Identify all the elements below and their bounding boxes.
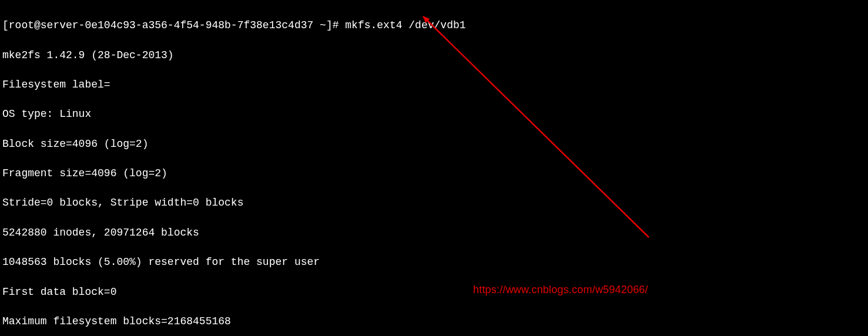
output-line: 1048563 blocks (5.00%) reserved for the … [2, 255, 866, 270]
terminal-output: [root@server-0e104c93-a356-4f54-948b-7f3… [2, 4, 866, 336]
prompt-line[interactable]: [root@server-0e104c93-a356-4f54-948b-7f3… [2, 18, 866, 33]
output-line: Filesystem label= [2, 78, 866, 92]
shell-prompt: [root@server-0e104c93-a356-4f54-948b-7f3… [2, 19, 345, 31]
output-line: Stride=0 blocks, Stripe width=0 blocks [2, 196, 866, 210]
output-line: First data block=0 [2, 285, 866, 300]
output-line: mke2fs 1.42.9 (28-Dec-2013) [2, 48, 866, 63]
shell-command: mkfs.ext4 /dev/vdb1 [345, 19, 465, 31]
output-line: OS type: Linux [2, 107, 866, 122]
output-line: Block size=4096 (log=2) [2, 137, 866, 152]
output-line: Fragment size=4096 (log=2) [2, 166, 866, 181]
output-line: 5242880 inodes, 20971264 blocks [2, 226, 866, 240]
watermark-link: https://www.cnblogs.com/w5942066/ [473, 283, 648, 297]
output-line: Maximum filesystem blocks=2168455168 [2, 314, 866, 329]
